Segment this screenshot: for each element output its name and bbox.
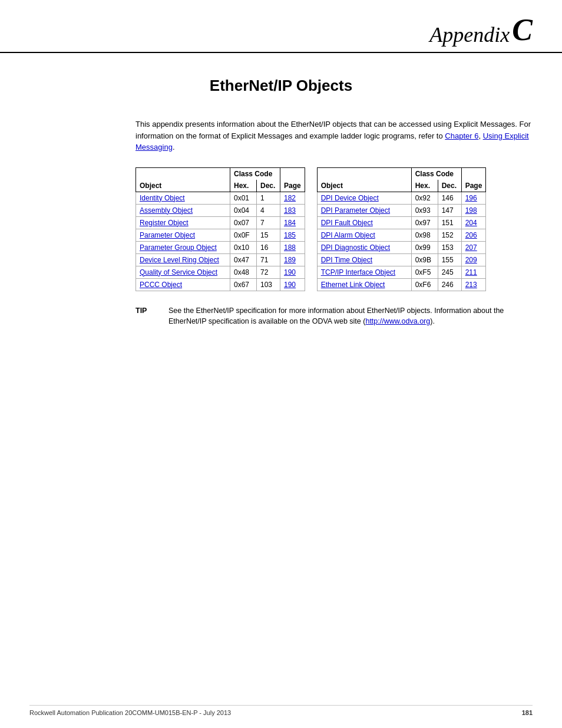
- left-row-page-link[interactable]: 190: [284, 281, 296, 289]
- page-title: EtherNet/IP Objects: [29, 77, 533, 95]
- left-row-link[interactable]: Identity Object: [140, 194, 185, 202]
- right-row-page: 196: [461, 192, 486, 204]
- right-row-dec: 146: [438, 192, 461, 204]
- left-row-dec: 4: [257, 204, 280, 216]
- right-row-hex: 0x98: [411, 229, 438, 241]
- left-col-classcode-header: Class Code: [230, 167, 280, 180]
- right-table-row: DPI Parameter Object 0x93 147 198: [317, 204, 486, 216]
- left-row-dec: 71: [257, 253, 280, 266]
- left-row-hex: 0x67: [230, 278, 257, 291]
- tip-section: TIP See the EtherNet/IP specification fo…: [135, 305, 533, 328]
- left-table-row: Device Level Ring Object 0x47 71 189: [136, 253, 305, 266]
- right-table-row: DPI Fault Object 0x97 151 204: [317, 216, 486, 229]
- right-table: Object Class Code Page Hex. Dec. DPI Dev…: [317, 167, 487, 291]
- right-row-object: Ethernet Link Object: [317, 278, 411, 291]
- footer: Rockwell Automation Publication 20COMM-U…: [29, 705, 533, 716]
- chapter6-link[interactable]: Chapter 6: [445, 131, 478, 140]
- left-row-hex: 0x47: [230, 253, 257, 266]
- left-row-page-link[interactable]: 189: [284, 256, 296, 264]
- right-row-dec: 152: [438, 229, 461, 241]
- appendix-letter: C: [512, 12, 533, 47]
- right-row-page-link[interactable]: 196: [465, 194, 477, 202]
- tip-text: See the EtherNet/IP specification for mo…: [168, 305, 533, 328]
- left-row-page-link[interactable]: 183: [284, 206, 296, 215]
- right-row-link[interactable]: Ethernet Link Object: [321, 281, 385, 289]
- right-row-object: DPI Diagnostic Object: [317, 241, 411, 253]
- right-table-row: DPI Alarm Object 0x98 152 206: [317, 229, 486, 241]
- right-row-page-link[interactable]: 204: [465, 219, 477, 227]
- left-row-hex: 0x10: [230, 241, 257, 253]
- right-row-link[interactable]: DPI Fault Object: [321, 219, 373, 227]
- left-row-link[interactable]: Parameter Object: [140, 231, 195, 239]
- right-row-page-link[interactable]: 209: [465, 256, 477, 264]
- right-table-row: TCP/IP Interface Object 0xF5 245 211: [317, 266, 486, 278]
- right-row-link[interactable]: DPI Parameter Object: [321, 206, 390, 215]
- right-row-page-link[interactable]: 213: [465, 281, 477, 289]
- left-table-row: Quality of Service Object 0x48 72 190: [136, 266, 305, 278]
- right-table-row: DPI Time Object 0x9B 155 209: [317, 253, 486, 266]
- right-row-object: DPI Time Object: [317, 253, 411, 266]
- footer-publication: Rockwell Automation Publication 20COMM-U…: [29, 709, 231, 716]
- left-table-row: Register Object 0x07 7 184: [136, 216, 305, 229]
- left-row-dec: 15: [257, 229, 280, 241]
- right-row-page-link[interactable]: 198: [465, 206, 477, 215]
- left-table-row: Parameter Object 0x0F 15 185: [136, 229, 305, 241]
- left-row-object: Device Level Ring Object: [136, 253, 230, 266]
- right-row-page-link[interactable]: 207: [465, 243, 477, 252]
- tip-label: TIP: [135, 305, 159, 328]
- left-row-page-link[interactable]: 184: [284, 219, 296, 227]
- right-table-row: DPI Diagnostic Object 0x99 153 207: [317, 241, 486, 253]
- right-row-link[interactable]: DPI Alarm Object: [321, 231, 375, 239]
- left-col-hex-header: Hex.: [230, 180, 257, 192]
- tables-wrapper: Object Class Code Page Hex. Dec. Identit…: [135, 167, 533, 291]
- left-row-dec: 103: [257, 278, 280, 291]
- right-row-page: 198: [461, 204, 486, 216]
- right-table-body: DPI Device Object 0x92 146 196 DPI Param…: [317, 192, 486, 291]
- footer-page-number: 181: [522, 709, 533, 716]
- left-row-page-link[interactable]: 185: [284, 231, 296, 239]
- header-bar: Appendix C: [0, 0, 562, 53]
- left-row-dec: 1: [257, 192, 280, 204]
- left-row-link[interactable]: Device Level Ring Object: [140, 256, 219, 264]
- left-row-dec: 72: [257, 266, 280, 278]
- left-table-row: Parameter Group Object 0x10 16 188: [136, 241, 305, 253]
- left-row-link[interactable]: PCCC Object: [140, 281, 182, 289]
- left-row-page-link[interactable]: 182: [284, 194, 296, 202]
- main-content: EtherNet/IP Objects This appendix presen…: [29, 59, 533, 327]
- right-row-link[interactable]: DPI Time Object: [321, 256, 372, 264]
- left-row-object: Parameter Group Object: [136, 241, 230, 253]
- right-row-link[interactable]: DPI Device Object: [321, 194, 379, 202]
- right-row-hex: 0x9B: [411, 253, 438, 266]
- left-row-page: 190: [280, 278, 305, 291]
- left-row-page: 185: [280, 229, 305, 241]
- left-row-hex: 0x04: [230, 204, 257, 216]
- right-row-page-link[interactable]: 211: [465, 268, 477, 276]
- left-table-body: Identity Object 0x01 1 182 Assembly Obje…: [136, 192, 305, 291]
- left-row-page: 189: [280, 253, 305, 266]
- left-row-link[interactable]: Assembly Object: [140, 206, 193, 215]
- right-col-classcode-header: Class Code: [411, 167, 461, 180]
- left-row-object: Quality of Service Object: [136, 266, 230, 278]
- page-container: Appendix C EtherNet/IP Objects This appe…: [0, 0, 562, 728]
- right-row-page: 213: [461, 278, 486, 291]
- left-col-object-header: Object: [136, 167, 230, 192]
- right-row-hex: 0x93: [411, 204, 438, 216]
- right-row-page-link[interactable]: 206: [465, 231, 477, 239]
- left-row-page-link[interactable]: 190: [284, 268, 296, 276]
- right-row-link[interactable]: TCP/IP Interface Object: [321, 268, 396, 276]
- left-row-hex: 0x0F: [230, 229, 257, 241]
- odva-link[interactable]: http://www.odva.org: [365, 317, 430, 325]
- left-row-page-link[interactable]: 188: [284, 243, 296, 252]
- left-row-link[interactable]: Parameter Group Object: [140, 243, 217, 252]
- right-row-object: TCP/IP Interface Object: [317, 266, 411, 278]
- left-row-object: PCCC Object: [136, 278, 230, 291]
- right-row-dec: 245: [438, 266, 461, 278]
- right-table-row: Ethernet Link Object 0xF6 246 213: [317, 278, 486, 291]
- right-row-hex: 0x99: [411, 241, 438, 253]
- left-row-link[interactable]: Quality of Service Object: [140, 268, 217, 276]
- right-col-page-header: Page: [461, 167, 486, 192]
- left-row-object: Register Object: [136, 216, 230, 229]
- left-row-link[interactable]: Register Object: [140, 219, 189, 227]
- right-col-hex-header: Hex.: [411, 180, 438, 192]
- right-row-link[interactable]: DPI Diagnostic Object: [321, 243, 390, 252]
